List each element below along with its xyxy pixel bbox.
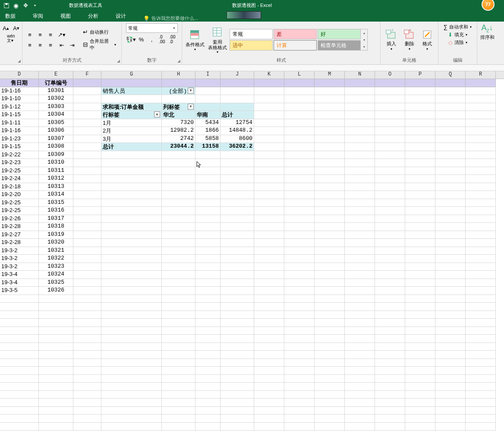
cell[interactable] (315, 351, 345, 359)
cell[interactable] (220, 183, 254, 191)
cell[interactable] (284, 183, 315, 191)
cell[interactable] (315, 367, 345, 375)
cell[interactable] (220, 191, 254, 199)
table-row[interactable] (0, 319, 504, 327)
cell[interactable] (284, 103, 315, 111)
cell[interactable] (315, 95, 345, 103)
cell[interactable] (195, 215, 220, 223)
cell[interactable] (435, 175, 466, 183)
tab-view[interactable]: 视图 (56, 11, 75, 22)
cell[interactable] (73, 207, 101, 215)
cell[interactable]: 10324 (39, 271, 73, 279)
cell[interactable] (466, 223, 496, 231)
cell[interactable] (73, 399, 101, 407)
cell[interactable]: 13158 (195, 143, 220, 151)
table-row[interactable] (0, 415, 504, 423)
cell[interactable]: 19-3-4 (0, 271, 39, 279)
cell[interactable] (162, 295, 195, 303)
cell[interactable] (345, 143, 375, 151)
cell[interactable] (73, 247, 101, 255)
cell[interactable]: 8600 (220, 135, 254, 143)
cell[interactable] (39, 303, 73, 311)
cell[interactable] (345, 135, 375, 143)
cell[interactable] (345, 383, 375, 391)
cell[interactable] (284, 135, 315, 143)
cell[interactable] (162, 255, 195, 263)
cell[interactable] (101, 399, 162, 407)
cell[interactable] (73, 111, 101, 119)
cell[interactable]: 19-2-28 (0, 239, 39, 247)
cell[interactable] (284, 343, 315, 351)
table-row[interactable]: 19-1-11103051月7320543412754 (0, 119, 504, 127)
cell[interactable]: 3月 (101, 135, 162, 143)
cell[interactable] (0, 415, 39, 423)
cell[interactable]: 19-1-15 (0, 111, 39, 119)
cell[interactable] (375, 159, 405, 167)
cell[interactable] (284, 279, 315, 287)
cell[interactable] (101, 271, 162, 279)
cell[interactable]: 10315 (39, 199, 73, 207)
cell[interactable] (254, 399, 284, 407)
cell[interactable] (375, 151, 405, 159)
cell[interactable] (220, 167, 254, 175)
cell[interactable] (220, 423, 254, 431)
cell[interactable] (466, 111, 496, 119)
cell[interactable] (162, 383, 195, 391)
cell[interactable] (220, 199, 254, 207)
cell[interactable] (405, 359, 435, 367)
cell[interactable] (195, 287, 220, 295)
cell[interactable] (254, 231, 284, 239)
cell[interactable]: 19-1-11 (0, 119, 39, 127)
cell[interactable] (315, 119, 345, 127)
table-row[interactable] (0, 311, 504, 319)
table-row[interactable] (0, 399, 504, 407)
cell[interactable] (315, 263, 345, 271)
cell[interactable]: 12982.2 (162, 127, 195, 135)
cell[interactable] (254, 287, 284, 295)
cell[interactable]: 10309 (39, 151, 73, 159)
cell[interactable] (254, 135, 284, 143)
cell[interactable] (254, 407, 284, 415)
cell[interactable] (375, 327, 405, 335)
column-header[interactable]: E (39, 71, 73, 79)
cell[interactable] (220, 407, 254, 415)
qat-dropdown-icon[interactable]: ▾ (32, 3, 38, 9)
align-top-icon[interactable]: ≡ (25, 30, 35, 39)
cell[interactable] (405, 311, 435, 319)
cell[interactable] (284, 327, 315, 335)
cell[interactable] (405, 223, 435, 231)
table-row[interactable]: 19-1-23103073月274258588600 (0, 135, 504, 143)
cell[interactable] (101, 223, 162, 231)
cell[interactable] (220, 391, 254, 399)
column-header[interactable]: D (0, 71, 39, 79)
cell[interactable] (73, 287, 101, 295)
cell[interactable] (162, 351, 195, 359)
cell[interactable] (73, 279, 101, 287)
cell[interactable] (254, 239, 284, 247)
cell[interactable]: 19-3-2 (0, 247, 39, 255)
cell[interactable] (220, 151, 254, 159)
cell[interactable] (315, 415, 345, 423)
column-header[interactable]: O (375, 71, 405, 79)
cell[interactable] (284, 127, 315, 135)
cell[interactable] (195, 343, 220, 351)
cell[interactable] (254, 367, 284, 375)
increase-indent-icon[interactable]: ⇥ (67, 40, 77, 50)
cell[interactable] (405, 231, 435, 239)
sort-filter-icon[interactable]: AZ↓ (481, 23, 493, 33)
cell[interactable] (345, 327, 375, 335)
cell[interactable] (162, 199, 195, 207)
column-header[interactable]: M (315, 71, 345, 79)
cell[interactable] (220, 255, 254, 263)
cell[interactable] (315, 255, 345, 263)
cell[interactable] (405, 415, 435, 423)
cell[interactable]: 7320 (162, 119, 195, 127)
cell[interactable]: 19-1-10 (0, 95, 39, 103)
cell[interactable] (195, 175, 220, 183)
cell[interactable] (466, 375, 496, 383)
cell[interactable] (375, 423, 405, 431)
cell[interactable] (162, 319, 195, 327)
cell[interactable] (162, 423, 195, 431)
cell[interactable] (284, 199, 315, 207)
cell[interactable] (220, 303, 254, 311)
